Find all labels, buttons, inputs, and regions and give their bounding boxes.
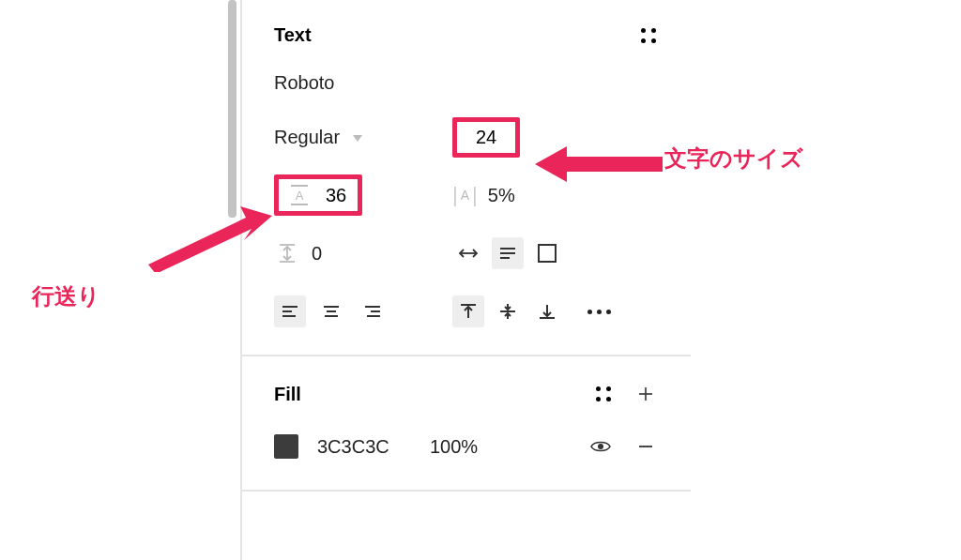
line-height-icon: A bbox=[286, 182, 313, 208]
fill-hex-input[interactable]: 3C3C3C bbox=[317, 436, 411, 458]
fill-section: Fill 3C3C3C 100% bbox=[242, 356, 691, 492]
text-section-title: Text bbox=[274, 24, 312, 46]
paragraph-spacing-input[interactable]: 0 bbox=[274, 240, 322, 266]
fill-section-title: Fill bbox=[274, 384, 301, 405]
paragraph-spacing-icon bbox=[274, 240, 300, 266]
scrollbar-thumb[interactable] bbox=[228, 0, 236, 218]
text-more-options-button[interactable] bbox=[587, 310, 611, 314]
font-size-input[interactable]: 24 bbox=[452, 117, 520, 158]
font-family-input[interactable]: Roboto bbox=[274, 72, 659, 94]
fixed-size-button[interactable] bbox=[531, 237, 563, 269]
svg-point-25 bbox=[598, 444, 603, 449]
align-bottom-button[interactable] bbox=[531, 295, 563, 327]
align-center-button[interactable] bbox=[315, 295, 347, 327]
letter-spacing-input[interactable]: |A| 5% bbox=[452, 183, 515, 207]
fill-styles-button[interactable] bbox=[593, 384, 614, 404]
text-section: Text Roboto Regular 24 bbox=[242, 0, 691, 356]
fill-row: 3C3C3C 100% bbox=[274, 433, 659, 460]
line-height-value: 36 bbox=[326, 185, 346, 206]
annotation-line-height: 行送り bbox=[32, 281, 100, 311]
auto-height-button[interactable] bbox=[492, 237, 524, 269]
square-icon bbox=[538, 244, 557, 263]
fill-color-swatch[interactable] bbox=[274, 434, 298, 459]
paragraph-spacing-value: 0 bbox=[312, 243, 322, 265]
fill-visibility-toggle[interactable] bbox=[587, 433, 614, 460]
align-left-button[interactable] bbox=[274, 295, 306, 327]
text-styles-button[interactable] bbox=[638, 25, 659, 46]
auto-width-button[interactable] bbox=[452, 237, 484, 269]
font-weight-select[interactable]: Regular bbox=[274, 127, 340, 148]
chevron-down-icon bbox=[353, 135, 362, 142]
annotation-font-size: 文字のサイズ bbox=[664, 144, 803, 174]
align-top-button[interactable] bbox=[452, 295, 484, 327]
align-right-button[interactable] bbox=[357, 295, 389, 327]
properties-panel: Text Roboto Regular 24 bbox=[240, 0, 691, 560]
fill-opacity-input[interactable]: 100% bbox=[430, 436, 497, 458]
remove-fill-button[interactable] bbox=[633, 433, 659, 460]
letter-spacing-value: 5% bbox=[488, 185, 515, 206]
add-fill-button[interactable] bbox=[633, 381, 659, 407]
letter-spacing-icon: |A| bbox=[452, 183, 477, 207]
align-middle-button[interactable] bbox=[492, 295, 524, 327]
line-height-input[interactable]: A 36 bbox=[274, 174, 362, 216]
